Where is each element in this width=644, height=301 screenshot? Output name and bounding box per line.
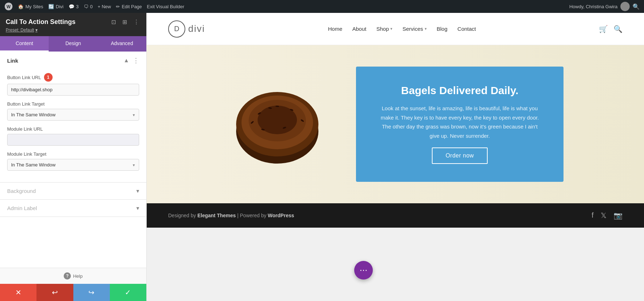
module-link-url-input[interactable] xyxy=(7,134,139,146)
link-section-content: Button Link URL 1 Button Link Target In … xyxy=(0,69,146,182)
comments-link[interactable]: 💬 3 xyxy=(69,4,79,9)
my-sites-label: My Sites xyxy=(25,4,43,9)
cart-icon[interactable]: 🛒 xyxy=(599,25,608,33)
divi-link[interactable]: 🔄 Divi xyxy=(48,4,64,9)
hero-section: Bagels Delivered Daily. Look at the suns… xyxy=(147,45,644,203)
panel-footer: ? Help xyxy=(0,268,146,284)
svg-text:W: W xyxy=(6,4,11,9)
main-layout: Call To Action Settings ⊡ ⊞ ⋮ Preset: De… xyxy=(0,13,644,301)
admin-label-section: Admin Label ▾ xyxy=(0,200,146,217)
button-link-url-input[interactable] xyxy=(7,84,139,96)
comments2-count: 0 xyxy=(90,4,93,9)
action-buttons: ✕ ↩ ↪ ✓ xyxy=(0,284,146,301)
exit-vb-label: Exit Visual Builder xyxy=(147,4,185,9)
site-menu: Home About Shop ▾ Services ▾ Blog Contac xyxy=(328,26,476,32)
tab-design[interactable]: Design xyxy=(49,36,97,52)
link-section-header[interactable]: Link ▲ ⋮ xyxy=(0,52,146,69)
wp-logo-link[interactable]: W xyxy=(4,2,13,11)
user-avatar xyxy=(620,2,630,11)
exit-vb-link[interactable]: Exit Visual Builder xyxy=(147,4,185,9)
floating-fab-button[interactable]: ⋯ xyxy=(354,261,373,280)
nav-services[interactable]: Services ▾ xyxy=(402,26,427,32)
divi-label: Divi xyxy=(56,4,64,9)
module-link-url-field: Module Link URL xyxy=(7,126,139,146)
help-icon: ? xyxy=(64,272,71,280)
tab-content[interactable]: Content xyxy=(0,36,49,52)
background-section-header[interactable]: Background ▾ xyxy=(0,183,146,199)
services-dropdown-icon: ▾ xyxy=(425,26,427,31)
panel-menu-icon[interactable]: ⋮ xyxy=(132,18,141,26)
background-section-expand-icon[interactable]: ▾ xyxy=(136,188,139,194)
search-icon[interactable]: 🔍 xyxy=(633,3,640,10)
button-link-url-field: Button Link URL 1 xyxy=(7,73,139,96)
nav-home[interactable]: Home xyxy=(328,26,342,32)
panel-tabs: Content Design Advanced xyxy=(0,36,146,52)
site-nav: D divi Home About Shop ▾ Services ▾ xyxy=(147,13,644,45)
help-button[interactable]: ? Help xyxy=(64,272,83,280)
shop-dropdown-icon: ▾ xyxy=(390,26,392,31)
cta-title: Bagels Delivered Daily. xyxy=(401,84,518,97)
nav-shop[interactable]: Shop ▾ xyxy=(376,26,392,32)
nav-about[interactable]: About xyxy=(352,26,366,32)
button-link-target-label: Button Link Target xyxy=(7,101,139,107)
button-link-target-wrapper: In The Same Window In The New Tab xyxy=(7,109,139,121)
site-content: Bagels Delivered Daily. Look at the suns… xyxy=(147,45,644,301)
site-logo: D divi xyxy=(168,20,205,38)
new-link[interactable]: + New xyxy=(98,4,111,9)
module-link-target-field: Module Link Target In The Same Window In… xyxy=(7,151,139,171)
panel-content: Link ▲ ⋮ Button Link URL 1 xyxy=(0,52,146,268)
cta-order-button[interactable]: Order now xyxy=(432,147,487,164)
module-link-target-label: Module Link Target xyxy=(7,151,139,157)
module-link-target-wrapper: In The Same Window In The New Tab xyxy=(7,159,139,171)
user-greeting: Howdy, Christina Gwira xyxy=(569,4,618,9)
save-button[interactable]: ✓ xyxy=(110,284,146,301)
comments2-link[interactable]: 🗨 0 xyxy=(84,4,93,9)
twitter-icon[interactable]: 𝕏 xyxy=(601,211,606,220)
cta-body: Look at the sunset, life is amazing, lif… xyxy=(377,104,542,140)
instagram-icon[interactable]: 📷 xyxy=(614,211,623,220)
module-link-target-select[interactable]: In The Same Window In The New Tab xyxy=(7,159,139,171)
new-label: + New xyxy=(98,4,111,9)
edit-page-link[interactable]: ✏ Edit Page xyxy=(116,4,142,9)
button-link-target-select[interactable]: In The Same Window In The New Tab xyxy=(7,109,139,121)
my-sites-link[interactable]: 🏠 My Sites xyxy=(18,4,43,9)
nav-contact[interactable]: Contact xyxy=(458,26,476,32)
link-section-collapse-icon[interactable]: ▲ xyxy=(123,57,129,64)
site-footer: Designed by Elegant Themes | Powered by … xyxy=(147,203,644,228)
site-menu-icons: 🛒 🔍 xyxy=(599,25,623,33)
cancel-button[interactable]: ✕ xyxy=(0,284,36,301)
background-section-title: Background xyxy=(7,188,36,194)
admin-label-section-header[interactable]: Admin Label ▾ xyxy=(0,200,146,217)
link-section-menu-icon[interactable]: ⋮ xyxy=(133,57,139,64)
site-preview: D divi Home About Shop ▾ Services ▾ xyxy=(147,13,644,301)
admin-label-section-title: Admin Label xyxy=(7,205,37,211)
panel-minimize-icon[interactable]: ⊡ xyxy=(110,18,117,26)
module-link-url-label: Module Link URL xyxy=(7,126,139,132)
facebook-icon[interactable]: f xyxy=(591,211,594,220)
comments-count: 3 xyxy=(76,4,79,9)
logo-text: divi xyxy=(188,23,205,34)
site-search-icon[interactable]: 🔍 xyxy=(614,25,623,33)
link-section-title: Link xyxy=(7,58,18,64)
background-section: Background ▾ xyxy=(0,183,146,200)
panel-title: Call To Action Settings xyxy=(6,18,75,26)
settings-panel: Call To Action Settings ⊡ ⊞ ⋮ Preset: De… xyxy=(0,13,147,301)
redo-button[interactable]: ↪ xyxy=(73,284,110,301)
admin-bar: W 🏠 My Sites 🔄 Divi 💬 3 🗨 0 + New ✏ Edit… xyxy=(0,0,644,13)
panel-expand-icon[interactable]: ⊞ xyxy=(121,18,128,26)
bagel-svg xyxy=(231,78,324,171)
button-link-target-field: Button Link Target In The Same Window In… xyxy=(7,101,139,121)
admin-label-section-expand-icon[interactable]: ▾ xyxy=(136,205,139,212)
fab-dots-icon: ⋯ xyxy=(360,266,367,275)
footer-socials: f 𝕏 📷 xyxy=(591,211,623,220)
undo-button[interactable]: ↩ xyxy=(36,284,73,301)
nav-blog[interactable]: Blog xyxy=(437,26,448,32)
tab-advanced[interactable]: Advanced xyxy=(98,36,146,52)
panel-preset: Preset: Default ▾ xyxy=(6,28,141,33)
badge-1: 1 xyxy=(44,73,53,82)
help-label: Help xyxy=(73,273,83,279)
button-link-url-label: Button Link URL 1 xyxy=(7,73,139,82)
panel-header: Call To Action Settings ⊡ ⊞ ⋮ Preset: De… xyxy=(0,13,146,36)
link-section: Link ▲ ⋮ Button Link URL 1 xyxy=(0,52,146,183)
logo-circle: D xyxy=(168,20,185,38)
